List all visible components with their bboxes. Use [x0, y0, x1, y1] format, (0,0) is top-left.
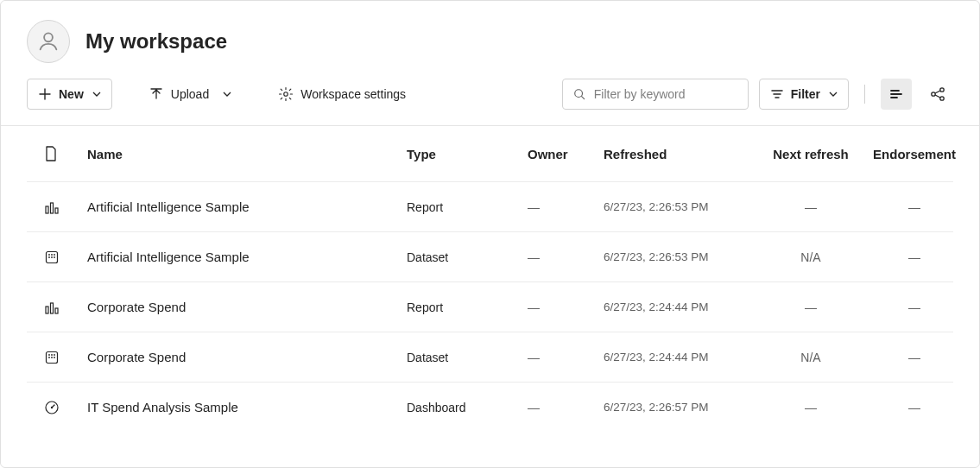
- search-icon: [573, 87, 585, 101]
- row-next-refresh: N/A: [759, 250, 871, 264]
- svg-rect-7: [51, 203, 54, 213]
- svg-point-10: [48, 254, 50, 256]
- header-type-icon: [27, 146, 87, 161]
- dashboard-icon: [44, 400, 60, 415]
- row-endorsement: —: [871, 401, 958, 414]
- svg-rect-8: [55, 208, 58, 213]
- content-table: Name Type Owner Refreshed Next refresh E…: [1, 126, 979, 432]
- dataset-icon: [44, 350, 60, 365]
- upload-icon: [149, 86, 164, 102]
- row-name[interactable]: Corporate Spend: [87, 350, 407, 364]
- search-input[interactable]: [594, 87, 737, 101]
- row-name[interactable]: Corporate Spend: [87, 300, 407, 314]
- row-type: Report: [407, 300, 528, 314]
- table-row[interactable]: Corporate Spend Dataset — 6/27/23, 2:24:…: [27, 332, 953, 382]
- gear-icon: [278, 86, 294, 102]
- workspace-header: My workspace: [1, 1, 979, 79]
- svg-rect-16: [46, 307, 48, 313]
- svg-point-3: [932, 92, 935, 96]
- workspace-settings-label: Workspace settings: [300, 87, 406, 101]
- row-type-icon: [27, 199, 87, 215]
- svg-point-24: [51, 357, 53, 358]
- row-next-refresh: —: [759, 300, 871, 314]
- svg-point-20: [48, 354, 50, 356]
- table-row[interactable]: Corporate Spend Report — 6/27/23, 2:24:4…: [27, 281, 953, 332]
- row-type-icon: [27, 350, 87, 365]
- svg-rect-17: [51, 303, 54, 313]
- header-endorsement[interactable]: Endorsement: [871, 147, 958, 161]
- svg-point-13: [48, 256, 50, 258]
- table-header-row: Name Type Owner Refreshed Next refresh E…: [27, 126, 953, 181]
- header-refreshed[interactable]: Refreshed: [604, 147, 759, 161]
- header-owner[interactable]: Owner: [528, 147, 604, 161]
- filter-button-label: Filter: [791, 87, 820, 101]
- page-title: My workspace: [85, 29, 227, 54]
- header-next-refresh[interactable]: Next refresh: [759, 147, 871, 161]
- svg-point-14: [51, 256, 53, 258]
- row-name[interactable]: Artificial Intelligence Sample: [87, 199, 407, 214]
- workspace-settings-button[interactable]: Workspace settings: [268, 79, 416, 110]
- svg-rect-18: [55, 308, 58, 313]
- row-endorsement: —: [871, 351, 958, 364]
- chevron-down-icon: [829, 90, 838, 98]
- row-name[interactable]: IT Spend Analysis Sample: [87, 400, 407, 414]
- svg-point-21: [51, 354, 53, 356]
- upload-button-label: Upload: [171, 87, 209, 101]
- row-refreshed: 6/27/23, 2:24:44 PM: [604, 351, 759, 364]
- workspace-avatar: [27, 20, 70, 63]
- new-button-label: New: [59, 87, 84, 101]
- row-type: Dashboard: [407, 401, 528, 414]
- filter-icon: [770, 87, 784, 101]
- lineage-view-button[interactable]: [922, 79, 953, 110]
- row-refreshed: 6/27/23, 2:26:53 PM: [604, 250, 759, 263]
- row-endorsement: —: [871, 200, 958, 214]
- filter-button[interactable]: Filter: [759, 79, 849, 110]
- table-row[interactable]: Artificial Intelligence Sample Dataset —…: [27, 231, 953, 281]
- svg-point-1: [284, 92, 288, 97]
- header-name[interactable]: Name: [87, 147, 407, 161]
- row-owner: —: [528, 351, 604, 364]
- svg-point-15: [54, 256, 55, 258]
- svg-point-25: [54, 357, 55, 358]
- svg-point-27: [51, 406, 53, 408]
- chevron-down-icon: [223, 90, 231, 98]
- search-wrap[interactable]: [562, 79, 749, 110]
- row-type: Dataset: [407, 250, 528, 264]
- table-row[interactable]: IT Spend Analysis Sample Dashboard — 6/2…: [27, 382, 953, 432]
- upload-button[interactable]: Upload: [138, 79, 242, 110]
- row-owner: —: [528, 401, 604, 414]
- plus-icon: [38, 87, 52, 101]
- document-icon: [44, 146, 58, 161]
- row-next-refresh: —: [759, 200, 871, 214]
- list-icon: [888, 86, 904, 102]
- row-refreshed: 6/27/23, 2:26:53 PM: [604, 200, 759, 213]
- row-name[interactable]: Artificial Intelligence Sample: [87, 250, 407, 264]
- svg-point-22: [54, 354, 55, 356]
- row-type-icon: [27, 300, 87, 315]
- svg-point-2: [575, 90, 583, 98]
- row-endorsement: —: [871, 300, 958, 314]
- svg-point-4: [940, 88, 944, 92]
- chevron-down-icon: [92, 90, 101, 98]
- row-type: Report: [407, 200, 528, 214]
- list-view-button[interactable]: [881, 79, 912, 110]
- report-icon: [44, 300, 60, 315]
- header-type[interactable]: Type: [407, 147, 528, 161]
- toolbar: New Upload Workspace settings Filte: [1, 79, 979, 126]
- table-row[interactable]: Artificial Intelligence Sample Report — …: [27, 181, 953, 231]
- new-button[interactable]: New: [27, 79, 112, 110]
- svg-point-5: [940, 97, 944, 100]
- toolbar-divider: [864, 85, 865, 104]
- svg-point-0: [44, 33, 53, 41]
- row-owner: —: [528, 300, 604, 314]
- svg-point-12: [54, 254, 55, 256]
- lineage-icon: [929, 85, 946, 103]
- row-next-refresh: —: [759, 401, 871, 414]
- row-next-refresh: N/A: [759, 351, 871, 364]
- svg-rect-6: [46, 206, 48, 213]
- svg-point-23: [48, 357, 50, 358]
- row-type: Dataset: [407, 351, 528, 364]
- dataset-icon: [44, 250, 60, 265]
- row-type-icon: [27, 400, 87, 415]
- row-type-icon: [27, 250, 87, 265]
